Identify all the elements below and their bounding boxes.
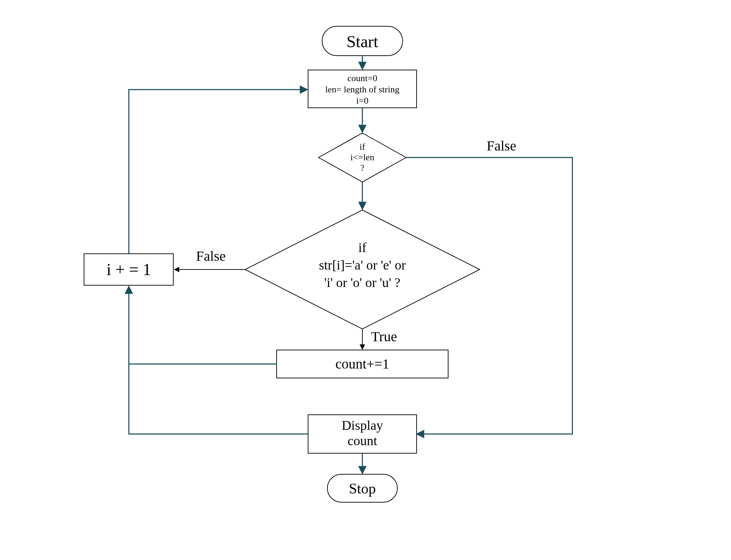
cond1-false-label: False [487,138,516,154]
stop-label: Stop [349,481,376,497]
edge-count-to-i [129,286,277,364]
cond1-line3: ? [360,163,364,173]
cond2-line3: 'i' or 'o' or 'u' ? [324,275,400,290]
inc-i-label: i + = 1 [106,260,151,279]
init-line2: len= length of string [325,84,399,94]
cond1-line1: if [360,142,365,152]
inc-count-label: count+=1 [335,356,389,372]
edge-cond1-false [406,158,572,434]
cond2-line2: str[i]='a' or 'e' or [319,258,406,272]
stop-node: Stop [327,474,397,502]
inc-count-node: count+=1 [277,350,448,378]
inc-i-node: i + = 1 [84,254,173,285]
init-node: count=0 len= length of string i=0 [308,70,417,108]
start-label: Start [347,32,378,51]
cond2-line1: if [358,240,367,255]
display-line1: Display [342,418,383,433]
cond2-node: if str[i]='a' or 'e' or 'i' or 'o' or 'u… [245,210,480,329]
display-line2: count [348,433,377,448]
cond1-line2: i<=len [350,152,374,162]
cond2-false-label: False [196,248,225,264]
init-line3: i=0 [356,96,369,106]
cond2-true-label: True [371,329,397,344]
init-line1: count=0 [347,73,377,83]
display-node: Display count [308,415,417,453]
edge-loop-back [129,90,307,254]
start-node: Start [322,26,403,56]
cond1-node: if i<=len ? [319,133,406,182]
